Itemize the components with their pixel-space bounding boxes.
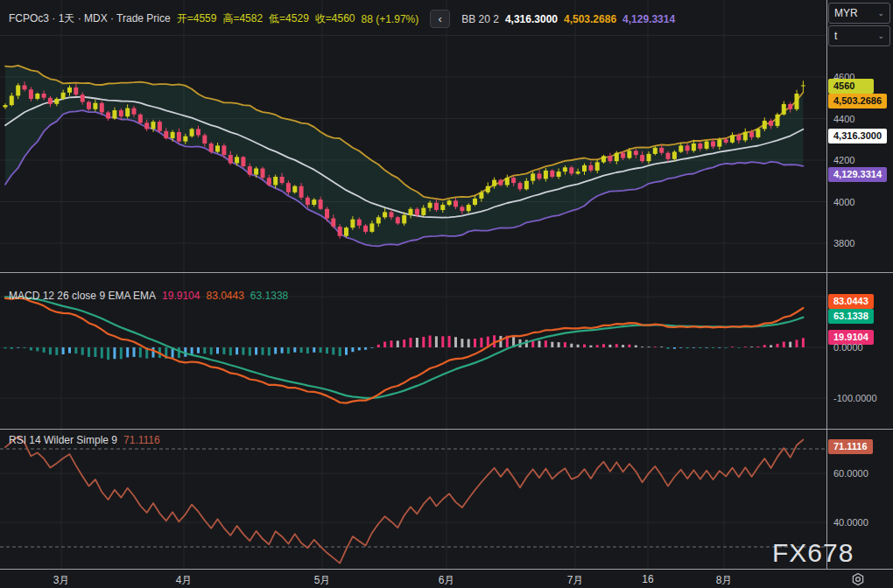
unit-value: t	[834, 30, 837, 42]
rsi-tick: 60.0000	[833, 467, 868, 480]
unit-select[interactable]: t ⌄	[828, 25, 890, 46]
price-tick: 4200	[833, 154, 854, 166]
pane-divider[interactable]	[0, 429, 893, 430]
price-scale-divider	[826, 0, 827, 588]
main-legend: FCPOc3 · 1天 · MDX · Trade Price 开=4559 高…	[9, 10, 675, 28]
price-chart-canvas[interactable]	[0, 0, 826, 272]
last-price-label: 4560	[828, 79, 874, 94]
price-tick: 4400	[833, 113, 854, 125]
ohlc-change: 88 (+1.97%)	[362, 13, 419, 25]
price-tick: 4000	[833, 196, 854, 208]
rsi-chart-canvas[interactable]	[0, 429, 826, 569]
trading-chart-app: FCPOc3 · 1天 · MDX · Trade Price 开=4559 高…	[0, 0, 893, 588]
ohlc-high: 高=4582	[222, 11, 263, 26]
bb-lower-value: 4,129.3314	[622, 13, 675, 25]
chevron-down-icon: ⌄	[877, 9, 884, 18]
chevron-left-icon: ‹	[439, 12, 442, 25]
macd-signal-value: 63.1338	[250, 290, 288, 302]
ohlc-low: 低=4529	[269, 11, 309, 26]
ohlc-close: 收=4560	[315, 11, 355, 26]
currency-select[interactable]: MYR ⌄	[828, 3, 890, 24]
macd-hist-value: 19.9104	[162, 290, 200, 302]
collapse-legend-button[interactable]: ‹	[430, 10, 450, 28]
time-label: 16	[642, 573, 653, 585]
time-label: 8月	[716, 573, 733, 588]
macd-tick: 0.0000	[833, 341, 863, 354]
time-label: 6月	[439, 573, 455, 588]
rsi-legend: RSI 14 Wilder Simple 9 71.1116	[9, 434, 160, 446]
time-label: 5月	[314, 573, 331, 588]
macd-line-value: 83.0443	[206, 290, 243, 302]
macd-signal-label: 63.1338	[828, 309, 874, 324]
bb-basis-value: 4,316.3000	[505, 13, 558, 25]
rsi-value: 71.1116	[123, 434, 160, 446]
pane-divider[interactable]	[0, 272, 893, 273]
bb-upper-value: 4,503.2686	[564, 13, 616, 25]
chevron-down-icon: ⌄	[877, 32, 884, 40]
time-label: 7月	[567, 573, 584, 588]
price-tick: 3800	[833, 237, 854, 249]
symbol-title[interactable]: FCPOc3 · 1天 · MDX · Trade Price	[9, 11, 171, 26]
macd-tick: -100.0000	[833, 392, 877, 404]
time-label: 4月	[176, 573, 193, 588]
time-label: 3月	[53, 573, 70, 588]
rsi-legend-label[interactable]: RSI 14 Wilder Simple 9	[9, 434, 117, 446]
fx678-watermark: FX678	[772, 538, 854, 568]
bb-basis-label: 4,316.3000	[828, 129, 887, 144]
bb-upper-label: 4,503.2686	[828, 94, 887, 108]
settings-icon[interactable]	[851, 572, 865, 586]
bb-lower-label: 4,129.3314	[828, 167, 887, 182]
macd-legend-label[interactable]: MACD 12 26 close 9 EMA EMA	[9, 290, 156, 302]
rsi-value-label: 71.1116	[828, 439, 873, 454]
rsi-tick: 40.0000	[833, 516, 868, 528]
currency-value: MYR	[834, 7, 858, 19]
macd-legend: MACD 12 26 close 9 EMA EMA 19.9104 83.04…	[9, 290, 288, 302]
ohlc-open: 开=4559	[177, 11, 217, 26]
bb-legend-label[interactable]: BB 20 2	[461, 13, 499, 25]
macd-line-label: 83.0443	[828, 294, 874, 309]
